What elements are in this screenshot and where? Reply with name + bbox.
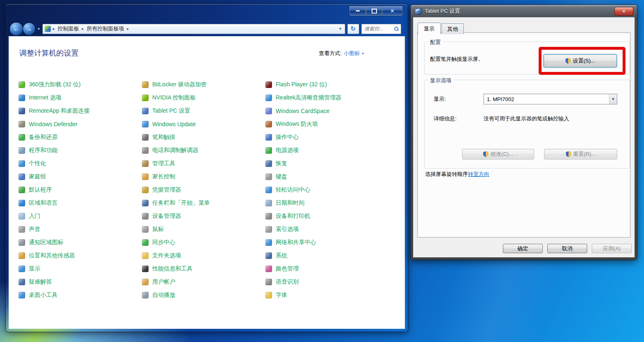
list-item[interactable]: 自动播放	[142, 289, 265, 302]
list-item[interactable]: 网络和共享中心	[265, 236, 389, 249]
maximize-button[interactable]	[366, 6, 382, 16]
reset-button[interactable]: 重置(R)...	[544, 149, 617, 159]
list-item-label: 个性化	[29, 160, 46, 167]
breadcrumb-arrow-icon[interactable]: ▸	[53, 27, 55, 31]
list-item[interactable]: 字体	[265, 289, 389, 302]
recovery-icon	[265, 160, 272, 167]
date-time-icon	[265, 200, 272, 206]
list-item[interactable]: 默认程序	[19, 183, 142, 196]
list-item[interactable]: Windows Defender	[19, 118, 142, 131]
close-button[interactable]: ✕	[382, 6, 403, 16]
list-item[interactable]: BitLocker 驱动器加密	[142, 78, 265, 91]
network-sharing-icon	[265, 239, 272, 246]
back-button[interactable]: ←	[9, 22, 23, 36]
list-item[interactable]: Flash Player (32 位)	[265, 78, 389, 91]
credential-manager-icon	[142, 187, 149, 193]
combo-dropdown-icon[interactable]: ▼	[609, 94, 617, 104]
windows-update-icon	[142, 121, 149, 127]
list-item[interactable]: Internet 选项	[19, 91, 142, 104]
fonts-icon	[265, 292, 272, 298]
taskbar-start-menu-icon	[142, 200, 149, 206]
address-bar[interactable]: ▸ 控制面板 ▸ 所有控制面板项 ▸ ▼	[42, 24, 345, 34]
list-item[interactable]: Tablet PC 设置	[142, 104, 265, 118]
list-item-label: Realtek高清晰音频管理器	[276, 94, 341, 102]
ok-button[interactable]: 确定	[503, 244, 543, 253]
refresh-button[interactable]: ↻	[347, 24, 359, 34]
list-item[interactable]: 文件夹选项	[142, 249, 265, 262]
search-input[interactable]	[364, 25, 393, 32]
minimize-button[interactable]	[349, 6, 366, 16]
recent-pages-dropdown[interactable]: ▾	[38, 27, 40, 31]
list-item[interactable]: 凭据管理器	[142, 183, 265, 196]
system-icon	[265, 252, 272, 259]
breadcrumb-arrow-icon[interactable]: ▸	[82, 27, 84, 31]
list-item[interactable]: 声音	[19, 223, 142, 236]
list-item[interactable]: 电源选项	[265, 144, 389, 157]
annotation-highlight	[539, 47, 625, 75]
calibrate-button[interactable]: 校准(C)...	[462, 149, 534, 159]
list-item[interactable]: 键盘	[265, 170, 389, 183]
list-item[interactable]: 疑难解答	[19, 275, 142, 289]
list-item[interactable]: 桌面小工具	[19, 289, 142, 302]
personalization-icon	[19, 160, 25, 167]
list-item[interactable]: 设备管理器	[142, 210, 265, 223]
list-item[interactable]: 通知区域图标	[19, 236, 142, 249]
list-item[interactable]: 备份和还原	[19, 131, 142, 144]
display-tab-page: 配置 配置笔并触摸显示屏。 设置(S)... 显示选项 显示: 1. MPI70…	[417, 32, 630, 238]
list-item[interactable]: 设备和打印机	[265, 210, 389, 223]
devices-printers-icon	[265, 213, 272, 220]
list-item[interactable]: Windows 防火墙	[265, 118, 389, 131]
list-item[interactable]: 位置和其他传感器	[19, 249, 142, 262]
360-uninstaller-icon	[19, 81, 25, 88]
display-select[interactable]: 1. MPI7002 ▼	[484, 94, 617, 104]
view-by-caret-icon[interactable]: ▾	[362, 51, 364, 55]
list-item-label: 轻松访问中心	[276, 186, 310, 194]
forward-button[interactable]: →	[23, 23, 35, 35]
list-item[interactable]: RemoteApp 和桌面连接	[19, 104, 142, 118]
list-item[interactable]: 电话和调制解调器	[142, 144, 265, 157]
list-item[interactable]: 系统	[265, 249, 389, 262]
list-item[interactable]: 用户帐户	[142, 275, 265, 289]
list-item[interactable]: 显示	[19, 262, 142, 275]
view-by-value[interactable]: 小图标	[344, 50, 360, 57]
go-to-orientation-link[interactable]: 转至方向	[468, 171, 489, 177]
list-item[interactable]: 性能信息和工具	[142, 262, 265, 275]
breadcrumb-control-panel[interactable]: 控制面板	[57, 25, 80, 32]
list-item[interactable]: 家庭组	[19, 170, 142, 183]
breadcrumb-arrow-icon[interactable]: ▸	[127, 27, 129, 31]
tab-other[interactable]: 其他	[442, 23, 464, 34]
search-box[interactable]	[361, 24, 401, 34]
indexing-options-icon	[265, 226, 272, 233]
list-item[interactable]: 管理工具	[142, 157, 265, 170]
address-dropdown-icon[interactable]: ▼	[339, 27, 342, 31]
list-item[interactable]: 程序和功能	[19, 144, 142, 157]
list-item[interactable]: Realtek高清晰音频管理器	[265, 91, 389, 104]
list-item[interactable]: 区域和语言	[19, 196, 142, 210]
list-item[interactable]: 颜色管理	[265, 262, 389, 275]
list-item[interactable]: 鼠标	[142, 223, 265, 236]
list-item[interactable]: 个性化	[19, 157, 142, 170]
list-item[interactable]: 笔和触摸	[142, 131, 265, 144]
list-item-label: 程序和功能	[29, 147, 58, 154]
breadcrumb-all-items[interactable]: 所有控制面板项	[86, 25, 125, 32]
list-item[interactable]: 360强力卸载 (32 位)	[19, 78, 142, 91]
apply-button[interactable]: 应用(A)	[592, 244, 632, 253]
list-item[interactable]: 任务栏和「开始」菜单	[142, 196, 265, 210]
tab-display[interactable]: 显示	[418, 23, 441, 34]
list-item[interactable]: NVIDIA 控制面板	[142, 91, 265, 104]
list-item[interactable]: Windows Update	[142, 118, 265, 131]
list-item[interactable]: 同步中心	[142, 236, 265, 249]
dialog-title: Tablet PC 设置	[425, 7, 460, 15]
list-item[interactable]: Windows CardSpace	[265, 104, 389, 118]
list-item[interactable]: 恢复	[265, 157, 389, 170]
display-select-value: 1. MPI7002	[484, 96, 609, 102]
dialog-close-button[interactable]: ✕	[614, 7, 633, 16]
list-item[interactable]: 语音识别	[265, 275, 389, 289]
list-item[interactable]: 操作中心	[265, 131, 389, 144]
list-item[interactable]: 家长控制	[142, 170, 265, 183]
list-item[interactable]: 轻松访问中心	[265, 183, 389, 196]
list-item[interactable]: 索引选项	[265, 223, 389, 236]
cancel-button[interactable]: 取消	[547, 244, 587, 253]
list-item[interactable]: 日期和时间	[265, 196, 389, 210]
list-item[interactable]: 入门	[19, 210, 142, 223]
